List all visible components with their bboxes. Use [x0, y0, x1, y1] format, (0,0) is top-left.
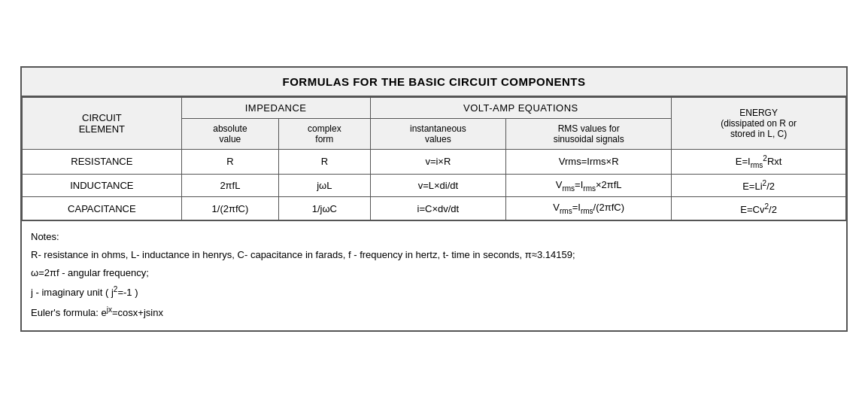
resistance-complex: R	[279, 149, 370, 174]
capacitance-instantaneous: i=C×dv/dt	[370, 197, 506, 220]
volt-amp-header: VOLT-AMP EQUATIONS	[370, 97, 672, 118]
impedance-header: IMPEDANCE	[181, 97, 370, 118]
absolute-value-subheader: absolute value	[181, 118, 278, 149]
capacitance-energy: E=Cv2/2	[672, 197, 846, 220]
notes-line3: ω=2πf - angular frequency;	[31, 265, 837, 281]
notes-section: Notes: R- resistance in ohms, L- inducta…	[22, 220, 846, 330]
inductance-absolute: 2πfL	[181, 174, 278, 197]
table-row: RESISTANCE R R v=i×R Vrms=Irms×R E=Irms2…	[23, 149, 846, 174]
resistance-absolute: R	[181, 149, 278, 174]
inductance-instantaneous: v=L×di/dt	[370, 174, 506, 197]
element-capacitance: CAPACITANCE	[23, 197, 182, 220]
capacitance-complex: 1/jωC	[279, 197, 370, 220]
element-inductance: INDUCTANCE	[23, 174, 182, 197]
notes-label: Notes:	[31, 229, 837, 245]
instantaneous-subheader: instantaneous values	[370, 118, 506, 149]
rms-subheader: RMS values for sinusoidal signals	[506, 118, 672, 149]
capacitance-absolute: 1/(2πfC)	[181, 197, 278, 220]
energy-header: ENERGY (dissipated on R or stored in L, …	[672, 97, 846, 149]
resistance-instantaneous: v=i×R	[370, 149, 506, 174]
table-row: INDUCTANCE 2πfL jωL v=L×di/dt Vrms=Irms×…	[23, 174, 846, 197]
resistance-rms: Vrms=Irms×R	[506, 149, 672, 174]
table-title: FORMULAS FOR THE BASIC CIRCUIT COMPONENT…	[22, 68, 846, 97]
circuit-element-header: CIRCUIT ELEMENT	[23, 97, 182, 149]
main-container: FORMULAS FOR THE BASIC CIRCUIT COMPONENT…	[20, 66, 848, 332]
complex-form-subheader: complex form	[279, 118, 370, 149]
capacitance-rms: Vrms=Irms/(2πfC)	[506, 197, 672, 220]
inductance-rms: Vrms=Irms×2πfL	[506, 174, 672, 197]
resistance-energy: E=Irms2Rxt	[672, 149, 846, 174]
notes-line4: j - imaginary unit ( j2=-1 )	[31, 283, 837, 301]
inductance-energy: E=Li2/2	[672, 174, 846, 197]
element-resistance: RESISTANCE	[23, 149, 182, 174]
notes-line2: R- resistance in ohms, L- inductance in …	[31, 247, 837, 263]
inductance-complex: jωL	[279, 174, 370, 197]
notes-line5: Euler's formula: ejx=cosx+jsinx	[31, 303, 837, 321]
table-row: CAPACITANCE 1/(2πfC) 1/jωC i=C×dv/dt Vrm…	[23, 197, 846, 220]
